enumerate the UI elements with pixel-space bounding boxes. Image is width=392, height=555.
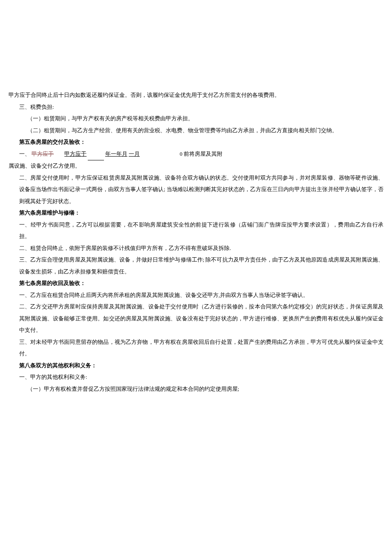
article-6-item-2: 二、租赁合同终止，依附于房屋的装修不计残值归甲方所有，乙方不得有意破坏及拆除. bbox=[9, 243, 383, 255]
article-8-subitem-1: （一）甲方有权检查并督促乙方按照国家现行法律法规的规定和本合同的约定使用房屋; bbox=[9, 384, 383, 395]
underlined-text-1: 甲方应于 bbox=[64, 151, 86, 157]
spacer-2 bbox=[141, 151, 179, 157]
trailing-text: 0 前将房屋及其附 bbox=[180, 151, 222, 157]
article-5-item-2: 二、房屋交付使用时，甲方应保证租赁房屋及其附属设施、设备符合双方确认的状态。交付… bbox=[9, 172, 383, 208]
item-prefix: 一、 bbox=[19, 151, 30, 157]
paragraph-deposit-return: 甲方应于合同终止后十日内如数返还履约保证金。否则，该履约保证金优先用于支付乙方所… bbox=[9, 90, 383, 102]
underlined-text-2: 年一年月 bbox=[105, 151, 127, 157]
article-6-item-3: 三、乙方应合理使用房屋及其附属设施、设备，并做好日常维护与修缮工作; 除不可抗力… bbox=[9, 254, 383, 278]
article-6-heading: 第六条房屋维护与修缮： bbox=[9, 207, 383, 219]
article-5-item-1: 一、 甲方应于 甲方应于 年一年月 一月 0 前将房屋及其附 bbox=[9, 148, 383, 161]
section-tax-heading: 三、税费负担: bbox=[9, 102, 383, 113]
tax-item-1: （一）租赁期间，与甲方产权有关的房产税等相关税费由甲方承担。 bbox=[9, 113, 383, 125]
article-6-item-1: 一、经甲方书面同意，乙方可以根据需要，在不影响房屋建筑安全性的前提下进行装修（店… bbox=[9, 219, 383, 243]
article-7-heading: 第七条房屋的收回及验收： bbox=[9, 278, 383, 290]
article-7-item-2: 二、乙方交还甲方房屋时应保持房屋及其附属设施、设备处于交付使用时（乙方进行装修的… bbox=[9, 301, 383, 337]
article-5-item-1-cont: 属设施、设备交付乙方使用。 bbox=[9, 160, 383, 172]
struck-text-1: 甲方应于 bbox=[32, 151, 54, 157]
article-5-heading: 第五条房屋的交付及验收： bbox=[9, 137, 383, 148]
article-7-item-1: 一、乙方应在租赁合同终止后两天内将所承租的房屋及其附属设施、设备交还甲方,并由双… bbox=[9, 290, 383, 302]
article-8-item-1: 一、甲方的其他权利和义务: bbox=[9, 372, 383, 384]
article-8-heading: 第八条双方的其他权利和义务： bbox=[9, 360, 383, 372]
spacer bbox=[55, 151, 63, 157]
article-7-item-3: 三、对未经甲方书面同意留存的物品，视为乙方弃物，甲方有权在房屋收回后自行处置，处… bbox=[9, 337, 383, 360]
blank-field-1 bbox=[88, 148, 104, 161]
underlined-text-3: 一月 bbox=[129, 151, 140, 157]
tax-item-2: （二）租赁期间，与乙方生产经营、使用有关的营业税、水电费、物业管理费等均由乙方承… bbox=[9, 125, 383, 137]
